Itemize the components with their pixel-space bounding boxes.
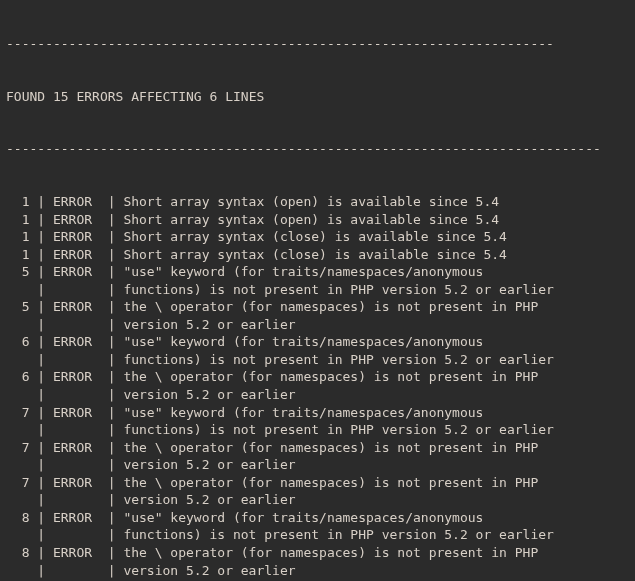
separator: |	[29, 193, 52, 211]
separator: |	[108, 526, 124, 544]
separator: |	[108, 263, 124, 281]
error-message: Short array syntax (close) is available …	[123, 246, 629, 264]
separator: |	[29, 474, 52, 492]
separator: |	[108, 544, 124, 562]
separator: |	[29, 526, 52, 544]
table-row: 7 | ERROR| "use" keyword (for traits/nam…	[6, 404, 629, 422]
severity-tag	[53, 456, 108, 474]
error-message: version 5.2 or earlier	[123, 386, 629, 404]
error-message: version 5.2 or earlier	[123, 456, 629, 474]
line-number: 1	[6, 246, 29, 264]
error-message: the \ operator (for namespaces) is not p…	[123, 544, 629, 562]
separator: |	[108, 509, 124, 527]
table-row: | | functions) is not present in PHP ver…	[6, 351, 629, 369]
severity-tag: ERROR	[53, 509, 108, 527]
line-number	[6, 526, 29, 544]
separator: |	[108, 386, 124, 404]
separator: |	[29, 316, 52, 334]
table-row: 8 | ERROR| "use" keyword (for traits/nam…	[6, 509, 629, 527]
separator: |	[29, 456, 52, 474]
severity-tag: ERROR	[53, 439, 108, 457]
error-message: "use" keyword (for traits/namespaces/ano…	[123, 509, 629, 527]
error-message: the \ operator (for namespaces) is not p…	[123, 368, 629, 386]
severity-tag: ERROR	[53, 333, 108, 351]
separator: |	[108, 456, 124, 474]
line-number: 5	[6, 263, 29, 281]
separator: |	[29, 263, 52, 281]
separator: |	[108, 333, 124, 351]
error-message: functions) is not present in PHP version…	[123, 421, 629, 439]
separator: |	[29, 439, 52, 457]
severity-tag	[53, 316, 108, 334]
table-row: 5 | ERROR| "use" keyword (for traits/nam…	[6, 263, 629, 281]
error-message: Short array syntax (close) is available …	[123, 228, 629, 246]
line-number	[6, 281, 29, 299]
severity-tag: ERROR	[53, 474, 108, 492]
error-message: functions) is not present in PHP version…	[123, 526, 629, 544]
separator: |	[108, 404, 124, 422]
line-number: 5	[6, 298, 29, 316]
table-row: | | version 5.2 or earlier	[6, 562, 629, 580]
error-message: the \ operator (for namespaces) is not p…	[123, 298, 629, 316]
line-number: 7	[6, 404, 29, 422]
line-number	[6, 386, 29, 404]
table-row: | | version 5.2 or earlier	[6, 316, 629, 334]
table-row: | | version 5.2 or earlier	[6, 456, 629, 474]
error-message: the \ operator (for namespaces) is not p…	[123, 474, 629, 492]
line-number: 8	[6, 544, 29, 562]
table-row: | | functions) is not present in PHP ver…	[6, 421, 629, 439]
separator: |	[29, 333, 52, 351]
line-number	[6, 421, 29, 439]
error-message: "use" keyword (for traits/namespaces/ano…	[123, 263, 629, 281]
severity-tag	[53, 421, 108, 439]
separator: |	[108, 228, 124, 246]
terminal-output: ----------------------------------------…	[0, 0, 635, 581]
separator: |	[108, 298, 124, 316]
separator: |	[108, 368, 124, 386]
error-message: "use" keyword (for traits/namespaces/ano…	[123, 333, 629, 351]
severity-tag: ERROR	[53, 263, 108, 281]
line-number: 7	[6, 439, 29, 457]
separator: |	[29, 351, 52, 369]
severity-tag: ERROR	[53, 368, 108, 386]
separator: |	[108, 316, 124, 334]
separator: |	[108, 421, 124, 439]
separator: |	[29, 368, 52, 386]
line-number: 1	[6, 193, 29, 211]
table-row: | | version 5.2 or earlier	[6, 386, 629, 404]
table-row: 7 | ERROR| the \ operator (for namespace…	[6, 474, 629, 492]
separator: |	[29, 491, 52, 509]
table-row: 1 | ERROR| Short array syntax (close) is…	[6, 246, 629, 264]
severity-tag: ERROR	[53, 211, 108, 229]
table-row: | | functions) is not present in PHP ver…	[6, 526, 629, 544]
error-message: functions) is not present in PHP version…	[123, 351, 629, 369]
severity-tag	[53, 562, 108, 580]
table-row: | | version 5.2 or earlier	[6, 491, 629, 509]
separator: |	[108, 491, 124, 509]
severity-tag	[53, 351, 108, 369]
line-number: 8	[6, 509, 29, 527]
line-number	[6, 456, 29, 474]
separator: |	[108, 351, 124, 369]
error-message: functions) is not present in PHP version…	[123, 281, 629, 299]
separator: |	[29, 298, 52, 316]
severity-tag: ERROR	[53, 544, 108, 562]
line-number: 1	[6, 211, 29, 229]
table-row: 1 | ERROR| Short array syntax (close) is…	[6, 228, 629, 246]
table-row: 6 | ERROR| the \ operator (for namespace…	[6, 368, 629, 386]
table-row: 1 | ERROR| Short array syntax (open) is …	[6, 193, 629, 211]
error-message: Short array syntax (open) is available s…	[123, 211, 629, 229]
error-message: version 5.2 or earlier	[123, 316, 629, 334]
severity-tag: ERROR	[53, 298, 108, 316]
table-row: 1 | ERROR| Short array syntax (open) is …	[6, 211, 629, 229]
line-number: 6	[6, 333, 29, 351]
line-number	[6, 562, 29, 580]
severity-tag: ERROR	[53, 404, 108, 422]
line-number	[6, 351, 29, 369]
severity-tag	[53, 491, 108, 509]
separator: |	[29, 386, 52, 404]
severity-tag: ERROR	[53, 193, 108, 211]
line-number: 1	[6, 228, 29, 246]
severity-tag	[53, 526, 108, 544]
separator: |	[29, 246, 52, 264]
